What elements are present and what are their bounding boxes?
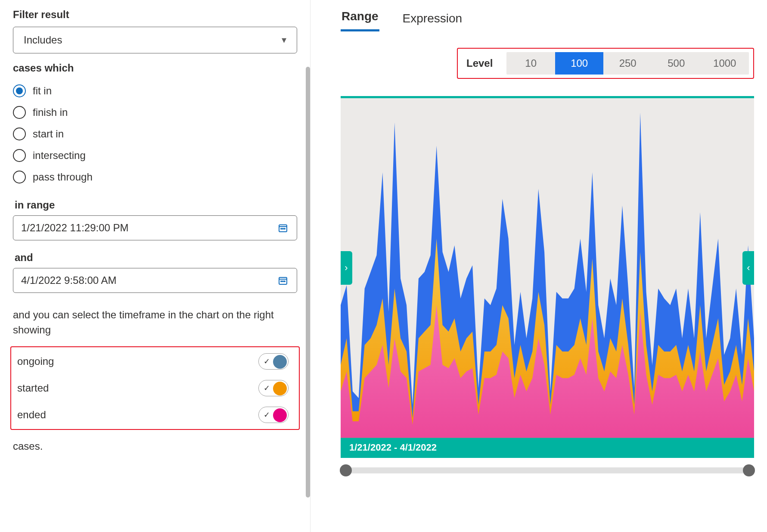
svg-point-2 bbox=[283, 228, 283, 229]
svg-point-3 bbox=[284, 228, 285, 229]
range-handle-left[interactable]: › bbox=[341, 251, 352, 285]
level-option-10[interactable]: 10 bbox=[506, 52, 555, 75]
level-option-500[interactable]: 500 bbox=[652, 52, 701, 75]
radio-icon bbox=[13, 106, 26, 119]
cases-radio-finish-in[interactable]: finish in bbox=[13, 102, 297, 123]
toggle-started[interactable] bbox=[258, 380, 289, 396]
cases-radio-intersecting[interactable]: intersecting bbox=[13, 145, 297, 166]
toggle-row-ongoing: ongoing bbox=[17, 353, 289, 370]
scrollbar[interactable] bbox=[306, 67, 310, 498]
level-option-1000[interactable]: 1000 bbox=[701, 52, 749, 75]
svg-point-1 bbox=[281, 228, 282, 229]
tab-range[interactable]: Range bbox=[341, 3, 379, 31]
radio-label: intersecting bbox=[33, 149, 86, 162]
level-row: Level 101002505001000 bbox=[457, 48, 754, 79]
toggle-row-started: started bbox=[17, 380, 289, 396]
chart-tabs: RangeExpression bbox=[341, 3, 754, 31]
and-label: and bbox=[15, 252, 297, 264]
toggle-knob bbox=[273, 408, 287, 422]
level-option-250[interactable]: 250 bbox=[603, 52, 652, 75]
filter-result-select[interactable]: Includes ▾ bbox=[13, 27, 297, 53]
toggle-label: ongoing bbox=[17, 355, 54, 367]
level-option-100[interactable]: 100 bbox=[555, 52, 604, 75]
chevron-down-icon: ▾ bbox=[282, 34, 286, 46]
toggle-label: ended bbox=[17, 409, 46, 421]
filter-result-value: Includes bbox=[24, 34, 62, 46]
tab-expression[interactable]: Expression bbox=[402, 6, 463, 31]
level-label: Level bbox=[466, 57, 493, 69]
radio-label: finish in bbox=[33, 106, 68, 118]
toggle-ended[interactable] bbox=[258, 407, 289, 423]
radio-label: start in bbox=[33, 128, 64, 140]
toggle-knob bbox=[273, 355, 287, 369]
cases-which-label: cases which bbox=[13, 62, 297, 74]
date-from-input[interactable]: 1/21/2022 11:29:00 PM bbox=[13, 215, 297, 240]
chart-wrap: › ‹ 1/21/2022 - 4/1/2022 bbox=[341, 96, 754, 515]
timeframe-description: and you can select the timeframe in the … bbox=[13, 308, 297, 338]
filter-panel: Filter result Includes ▾ cases which fit… bbox=[0, 0, 310, 532]
range-handle-right[interactable]: ‹ bbox=[742, 251, 754, 285]
calendar-icon[interactable] bbox=[277, 274, 289, 286]
svg-point-5 bbox=[281, 281, 282, 282]
cases-radio-group: fit infinish instart inintersectingpass … bbox=[13, 80, 297, 188]
radio-icon bbox=[13, 149, 26, 162]
date-to-value: 4/1/2022 9:58:00 AM bbox=[21, 274, 117, 286]
date-to-input[interactable]: 4/1/2022 9:58:00 AM bbox=[13, 268, 297, 293]
cases-radio-fit-in[interactable]: fit in bbox=[13, 80, 297, 102]
radio-label: fit in bbox=[33, 85, 52, 97]
filter-result-label: Filter result bbox=[13, 9, 297, 21]
cases-radio-start-in[interactable]: start in bbox=[13, 123, 297, 145]
toggle-row-ended: ended bbox=[17, 407, 289, 423]
chart-range-slider[interactable] bbox=[341, 467, 754, 473]
calendar-icon[interactable] bbox=[277, 222, 289, 234]
radio-icon bbox=[13, 84, 26, 97]
chart-panel: RangeExpression Level 101002505001000 › … bbox=[310, 0, 767, 532]
trailing-text: cases. bbox=[13, 440, 297, 452]
level-segmented[interactable]: 101002505001000 bbox=[506, 52, 749, 75]
radio-icon bbox=[13, 128, 26, 140]
svg-point-6 bbox=[283, 281, 283, 282]
toggle-knob bbox=[273, 382, 287, 395]
chart-caption: 1/21/2022 - 4/1/2022 bbox=[349, 442, 437, 453]
radio-icon bbox=[13, 171, 26, 184]
series-toggle-group: ongoingstartedended bbox=[10, 346, 300, 430]
date-from-value: 1/21/2022 11:29:00 PM bbox=[21, 222, 129, 234]
in-range-label: in range bbox=[15, 199, 297, 211]
toggle-ongoing[interactable] bbox=[258, 353, 289, 370]
cases-radio-pass-through[interactable]: pass through bbox=[13, 166, 297, 188]
toggle-label: started bbox=[17, 382, 49, 394]
radio-label: pass through bbox=[33, 171, 93, 183]
svg-point-7 bbox=[284, 281, 285, 282]
chart[interactable]: › ‹ 1/21/2022 - 4/1/2022 bbox=[341, 96, 754, 458]
